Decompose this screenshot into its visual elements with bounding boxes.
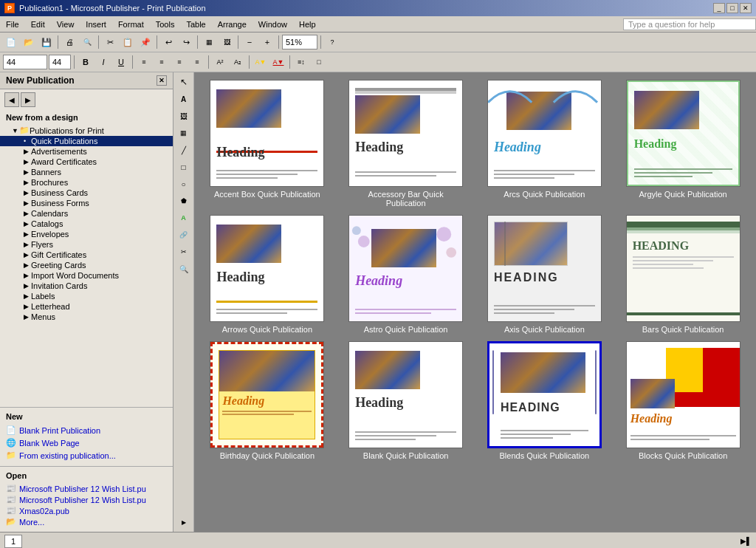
pub-thumb-arcs[interactable]: Heading: [487, 80, 602, 187]
tree-item-banners[interactable]: ▶ Banners: [0, 167, 173, 177]
tree-item-flyers[interactable]: ▶ Flyers: [0, 239, 173, 250]
pub-item-arcs[interactable]: Heading Arcs Quick Publication: [479, 80, 611, 208]
insert-picture-button[interactable]: 🖼: [219, 34, 235, 50]
tree-item-labels[interactable]: ▶ Labels: [0, 291, 173, 301]
pub-item-argyle[interactable]: Heading Argyle Quick Publication: [617, 80, 749, 208]
picture-tool[interactable]: 🖼: [176, 108, 192, 124]
border-button[interactable]: □: [311, 54, 327, 70]
redo-button[interactable]: ↪: [178, 34, 194, 50]
pub-item-blends[interactable]: HEADING Blends Quick Publication: [479, 341, 611, 460]
wordart-tool[interactable]: A: [176, 210, 192, 226]
undo-button[interactable]: ↩: [160, 34, 176, 50]
sidebar-blank-web[interactable]: 🌐 Blank Web Page: [6, 436, 167, 449]
font-color-button[interactable]: A▼: [270, 54, 286, 70]
pub-thumb-arrows[interactable]: Heading: [210, 215, 324, 322]
zoom-in-button[interactable]: +: [259, 34, 275, 50]
tree-root-publications[interactable]: ▼ 📁 Publications for Print: [0, 125, 173, 136]
tree-item-menus[interactable]: ▶ Menus: [0, 312, 173, 322]
oval-tool[interactable]: ○: [176, 176, 192, 192]
sidebar-back-button[interactable]: ◀: [4, 92, 19, 107]
pub-item-blocks[interactable]: Heading Blocks Quick Publication: [617, 341, 749, 460]
menu-arrange[interactable]: Arrange: [212, 18, 252, 30]
insert-table-button[interactable]: ▦: [201, 34, 217, 50]
pub-thumb-argyle[interactable]: Heading: [626, 80, 740, 187]
tree-item-brochures[interactable]: ▶ Brochures: [0, 177, 173, 188]
menu-window[interactable]: Window: [252, 18, 293, 30]
justify-button[interactable]: ≡: [189, 54, 205, 70]
pub-item-accessory-bar[interactable]: Heading Accessory Bar Quick Publication: [340, 80, 472, 208]
subscript-button[interactable]: A₂: [230, 54, 246, 70]
cut-button[interactable]: ✂: [102, 34, 118, 50]
menu-file[interactable]: File: [0, 18, 25, 30]
pub-thumb-accent-box[interactable]: Heading: [210, 80, 324, 187]
print-preview-button[interactable]: 🔍: [79, 34, 95, 50]
zoom-input[interactable]: [282, 35, 317, 49]
tree-item-gift-certificates[interactable]: ▶ Gift Certificates: [0, 250, 173, 260]
text-tool[interactable]: A: [176, 91, 192, 107]
tree-item-envelopes[interactable]: ▶ Envelopes: [0, 229, 173, 239]
help-search-box[interactable]: Type a question for help: [623, 18, 756, 30]
align-center-button[interactable]: ≡: [154, 54, 170, 70]
tree-item-catalogs[interactable]: ▶ Catalogs: [0, 219, 173, 229]
tree-item-award-certificates[interactable]: ▶ Award Certificates: [0, 157, 173, 167]
crop-tool[interactable]: ✂: [176, 244, 192, 260]
sidebar-forward-button[interactable]: ▶: [21, 92, 35, 107]
sidebar-from-existing[interactable]: 📁 From existing publication...: [6, 449, 167, 462]
sidebar-close-button[interactable]: ✕: [157, 75, 167, 86]
tree-item-import-word[interactable]: ▶ Import Word Documents: [0, 270, 173, 281]
pub-thumb-astro[interactable]: Heading: [348, 215, 463, 322]
pub-thumb-blocks[interactable]: Heading: [626, 341, 740, 448]
copy-button[interactable]: 📋: [120, 34, 136, 50]
zoom-tool[interactable]: 🔍: [176, 261, 192, 277]
pub-thumb-accessory-bar[interactable]: Heading: [348, 80, 463, 187]
line-spacing-button[interactable]: ≡↕: [293, 54, 309, 70]
save-button[interactable]: 💾: [38, 34, 55, 50]
sidebar-recent-2[interactable]: 📰 Microsoft Publisher 12 Wish List.pu: [6, 494, 167, 505]
pub-item-arrows[interactable]: Heading Arrows Quick Publication: [202, 215, 333, 334]
content-area[interactable]: Heading Accent Box Quick Publication Hea…: [194, 72, 756, 532]
align-left-button[interactable]: ≡: [136, 54, 152, 70]
tree-item-letterhead[interactable]: ▶ Letterhead: [0, 301, 173, 312]
pub-item-axis[interactable]: HEADING Axis Quick Publication: [479, 215, 611, 334]
menu-table[interactable]: Table: [180, 18, 211, 30]
table-tool[interactable]: ▦: [176, 125, 192, 141]
tree-item-calendars[interactable]: ▶ Calendars: [0, 208, 173, 219]
menu-tools[interactable]: Tools: [150, 18, 181, 30]
pub-thumb-bars[interactable]: HEADING: [626, 215, 740, 322]
pub-thumb-axis[interactable]: HEADING: [487, 215, 602, 322]
align-right-button[interactable]: ≡: [171, 54, 188, 70]
pub-item-accent-box[interactable]: Heading Accent Box Quick Publication: [202, 80, 333, 208]
menu-insert[interactable]: Insert: [80, 18, 112, 30]
new-button[interactable]: 📄: [3, 34, 19, 50]
sidebar-blank-print[interactable]: 📄 Blank Print Publication: [6, 424, 167, 436]
underline-button[interactable]: U: [113, 54, 129, 70]
rectangle-tool[interactable]: □: [176, 159, 192, 175]
sidebar-recent-1[interactable]: 📰 Microsoft Publisher 12 Wish List.pu: [6, 483, 167, 494]
sidebar-tree[interactable]: ▼ 📁 Publications for Print • Quick Publi…: [0, 125, 173, 407]
menu-help[interactable]: Help: [293, 18, 322, 30]
font-size-input[interactable]: [49, 55, 71, 69]
select-tool[interactable]: ↖: [176, 74, 192, 90]
pub-item-bars[interactable]: HEADING Bars Quick Publication: [617, 215, 749, 334]
hotspot-tool[interactable]: 🔗: [176, 227, 192, 243]
pub-item-birthday[interactable]: Heading Birthday Quick Publication: [202, 341, 333, 460]
custom-shape-tool[interactable]: ⬟: [176, 193, 192, 209]
font-name-input[interactable]: [3, 55, 47, 69]
superscript-button[interactable]: A²: [212, 54, 228, 70]
pub-item-blank[interactable]: Heading Blank Quick Publication: [340, 341, 472, 460]
paste-button[interactable]: 📌: [137, 34, 154, 50]
tree-item-greeting-cards[interactable]: ▶ Greeting Cards: [0, 260, 173, 270]
fill-color-button[interactable]: A▼: [252, 54, 269, 70]
sidebar-more-button[interactable]: 📂 More...: [6, 516, 167, 527]
print-button[interactable]: 🖨: [61, 34, 78, 50]
menu-edit[interactable]: Edit: [25, 18, 51, 30]
restore-button[interactable]: □: [726, 3, 738, 13]
expand-button[interactable]: ▶: [176, 514, 192, 530]
pub-thumb-blends[interactable]: HEADING: [487, 341, 602, 448]
titlebar-controls[interactable]: _ □ ✕: [713, 3, 752, 13]
pub-thumb-blank[interactable]: Heading: [348, 341, 463, 448]
help-button[interactable]: ?: [324, 34, 340, 50]
menu-format[interactable]: Format: [112, 18, 150, 30]
italic-button[interactable]: I: [95, 54, 111, 70]
sidebar-recent-3[interactable]: 📰 Xmas02a.pub: [6, 505, 167, 516]
